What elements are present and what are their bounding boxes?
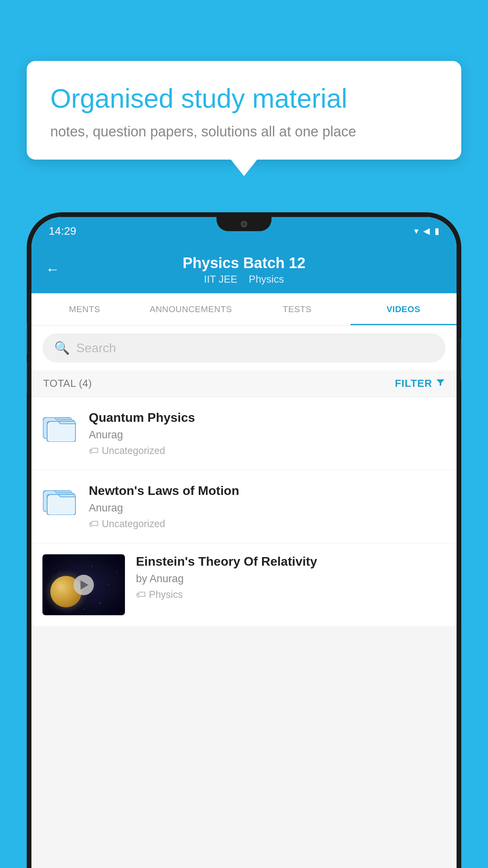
tab-bar: MENTS ANNOUNCEMENTS TESTS VIDEOS [31, 293, 457, 326]
tab-announcements[interactable]: ANNOUNCEMENTS [138, 293, 244, 325]
video-author: by Anurag [136, 573, 446, 585]
total-count: TOTAL (4) [43, 377, 92, 390]
notch [216, 217, 272, 231]
video-author: Anurag [89, 429, 446, 441]
tag-icon: 🏷 [136, 589, 146, 600]
search-container: 🔍 Search [31, 326, 457, 370]
tab-videos[interactable]: VIDEOS [350, 293, 457, 325]
tag-icon: 🏷 [89, 445, 99, 456]
back-button[interactable]: ← [46, 261, 60, 278]
video-tag: 🏷 Uncategorized [89, 518, 446, 530]
video-thumbnail [42, 554, 125, 615]
search-input[interactable]: Search [76, 341, 116, 355]
camera-icon [241, 221, 247, 227]
app-header: ← Physics Batch 12 IIT JEE Physics [31, 245, 457, 293]
video-info: Einstein's Theory Of Relativity by Anura… [136, 554, 446, 600]
search-icon: 🔍 [54, 340, 70, 355]
list-item[interactable]: Einstein's Theory Of Relativity by Anura… [31, 543, 457, 627]
tag-label: Uncategorized [102, 445, 165, 456]
list-item[interactable]: Newton's Laws of Motion Anurag 🏷 Uncateg… [31, 470, 457, 543]
search-box[interactable]: 🔍 Search [42, 333, 446, 362]
bubble-title: Organised study material [50, 83, 438, 115]
play-triangle [81, 580, 88, 590]
tag-label: Physics [149, 589, 183, 600]
content-area: Quantum Physics Anurag 🏷 Uncategorized [31, 397, 457, 627]
tab-tests[interactable]: TESTS [244, 293, 350, 325]
status-time: 14:29 [49, 225, 76, 237]
volume-down-button [27, 362, 28, 393]
bubble-subtitle: notes, question papers, solutions all at… [50, 123, 438, 140]
header-subtitle: IIT JEE Physics [47, 273, 441, 285]
video-tag: 🏷 Physics [136, 589, 446, 600]
filter-bar: TOTAL (4) FILTER [31, 370, 457, 397]
phone-shell: 14:29 ▾ ◀ ▮ ← Physics Batch 12 IIT JEE P… [27, 212, 461, 868]
folder-icon [42, 410, 78, 442]
video-info: Newton's Laws of Motion Anurag 🏷 Uncateg… [89, 484, 446, 530]
list-item[interactable]: Quantum Physics Anurag 🏷 Uncategorized [31, 397, 457, 470]
header-subtitle-iit: IIT JEE [204, 273, 237, 285]
header-title: Physics Batch 12 [47, 255, 441, 272]
video-tag: 🏷 Uncategorized [89, 445, 446, 456]
status-icons: ▾ ◀ ▮ [414, 226, 439, 236]
tag-icon: 🏷 [89, 518, 99, 530]
video-info: Quantum Physics Anurag 🏷 Uncategorized [89, 410, 446, 456]
folder-icon [42, 484, 78, 515]
signal-icon: ◀ [423, 226, 430, 236]
video-title: Newton's Laws of Motion [89, 484, 446, 498]
power-button [460, 338, 461, 381]
battery-icon: ▮ [435, 226, 439, 236]
status-bar: 14:29 ▾ ◀ ▮ [31, 217, 457, 245]
video-title: Quantum Physics [89, 410, 446, 425]
tab-ments[interactable]: MENTS [31, 293, 138, 325]
filter-label: FILTER [395, 377, 432, 390]
video-title: Einstein's Theory Of Relativity [136, 554, 446, 569]
wifi-icon: ▾ [414, 226, 418, 236]
filter-button[interactable]: FILTER [395, 377, 445, 390]
tag-label: Uncategorized [102, 518, 165, 530]
phone-screen: 14:29 ▾ ◀ ▮ ← Physics Batch 12 IIT JEE P… [31, 217, 457, 868]
header-subtitle-physics: Physics [249, 273, 284, 285]
volume-up-button [27, 322, 28, 354]
speech-bubble: Organised study material notes, question… [27, 61, 461, 160]
play-button-icon[interactable] [73, 575, 94, 595]
svg-marker-0 [437, 379, 444, 386]
video-author: Anurag [89, 502, 446, 514]
filter-icon [436, 377, 445, 390]
